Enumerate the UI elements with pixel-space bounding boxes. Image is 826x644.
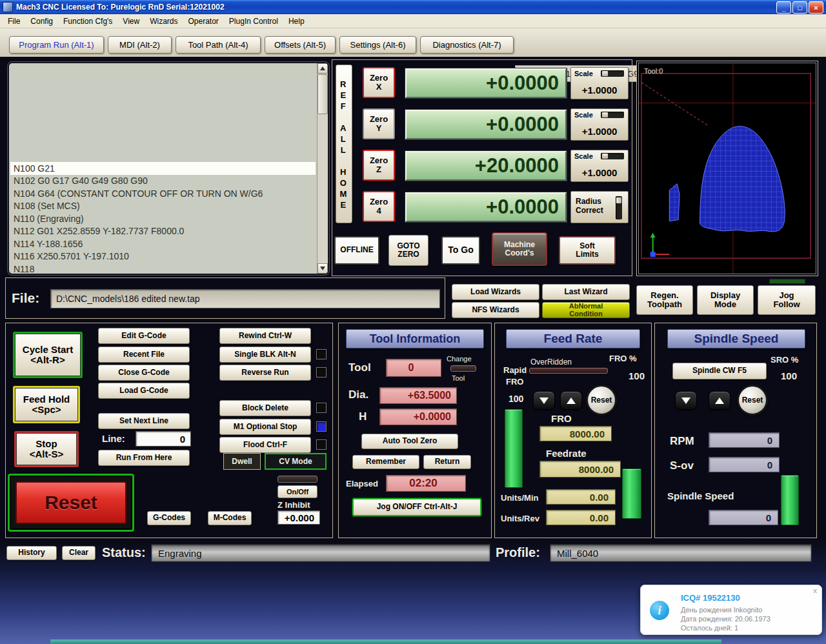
dro-y-value[interactable]: +0.0000	[405, 110, 567, 139]
jog-follow-button[interactable]: Jog Follow	[758, 285, 816, 315]
tab-mdi[interactable]: MDI (Alt-2)	[108, 36, 172, 54]
sro-increase-button[interactable]	[709, 391, 730, 410]
ref-all-home-button[interactable]: REF ALL HOME	[336, 65, 352, 223]
menu-help[interactable]: Help	[283, 15, 310, 28]
abnormal-condition-button[interactable]: AbNormal Condition	[542, 302, 630, 318]
cycle-start-button[interactable]: Cycle Start <Alt-R>	[13, 332, 83, 378]
radius-correct-button[interactable]: Radius Correct	[570, 191, 629, 223]
sro-reset-button[interactable]: Reset	[737, 385, 768, 416]
reverse-run-button[interactable]: Reverse Run	[219, 365, 311, 381]
remember-button[interactable]: Remember	[352, 455, 419, 469]
z-inhibit-onoff-button[interactable]: On/Off	[277, 485, 317, 498]
menu-plugin-control[interactable]: PlugIn Control	[224, 15, 283, 28]
minimize-button[interactable]: _	[776, 1, 791, 14]
g-codes-button[interactable]: G-Codes	[147, 511, 191, 525]
scale-z-value[interactable]: +1.0000	[571, 167, 628, 178]
zero-z-button[interactable]: Zero Z	[363, 150, 395, 181]
feedrate-value-field[interactable]: 8000.00	[539, 461, 621, 478]
fro-override-bar[interactable]	[529, 368, 608, 374]
m1-optional-stop-button[interactable]: M1 Optional Stop	[219, 419, 311, 435]
gcode-line[interactable]: N104 G64 (CONSTANT CONTOUR OFF OR TURN O…	[10, 187, 316, 200]
scale-x-value[interactable]: +1.0000	[571, 85, 628, 96]
recent-file-button[interactable]: Recent File	[98, 347, 190, 363]
scale-y[interactable]: Scale +1.0000	[570, 108, 629, 141]
auto-tool-zero-button[interactable]: Auto Tool Zero	[361, 434, 458, 449]
history-button[interactable]: History	[6, 546, 57, 560]
goto-zero-button[interactable]: GOTO ZERO	[388, 235, 428, 266]
gcode-scrollbar[interactable]	[317, 63, 328, 274]
feed-hold-button[interactable]: Feed Hold <Spc>	[13, 386, 80, 423]
tab-tool-path[interactable]: Tool Path (Alt-4)	[176, 36, 261, 54]
gcode-line[interactable]: N112 G01 X252.8559 Y-182.7737 F8000.0	[10, 225, 316, 238]
z-inhibit-value-field[interactable]: +0.000	[277, 510, 320, 525]
dro-x-value[interactable]: +0.0000	[405, 68, 567, 98]
feedrate-slider[interactable]	[622, 468, 641, 519]
scale-z[interactable]: Scale +1.0000	[570, 150, 629, 182]
close-gcode-button[interactable]: Close G-Code	[98, 365, 190, 381]
reset-button[interactable]: Reset	[15, 481, 126, 524]
flood-button[interactable]: Flood Ctrl-F	[219, 437, 311, 453]
load-wizards-button[interactable]: Load Wizards	[452, 284, 539, 300]
jog-onoff-button[interactable]: Jog ON/OFF Ctrl-Alt-J	[352, 498, 481, 516]
menu-view[interactable]: View	[117, 15, 145, 28]
scale-y-value[interactable]: +1.0000	[571, 126, 628, 137]
zero-x-button[interactable]: Zero X	[363, 67, 395, 98]
scale-x-slider[interactable]	[601, 70, 624, 77]
menu-function-cfgs[interactable]: Function Cfg's	[58, 15, 117, 28]
tab-settings[interactable]: Settings (Alt-6)	[339, 36, 416, 54]
dia-value-field[interactable]: +63.5000	[379, 387, 457, 404]
scale-x[interactable]: Scale +1.0000	[570, 67, 629, 99]
sp-slider[interactable]	[781, 475, 799, 525]
block-delete-button[interactable]: Block Delete	[219, 400, 311, 416]
load-gcode-button[interactable]: Load G-Code	[98, 383, 190, 399]
dro-4-value[interactable]: +0.0000	[405, 192, 567, 222]
menu-config[interactable]: Config	[25, 15, 58, 28]
fro-increase-button[interactable]	[560, 391, 582, 410]
gcode-line[interactable]: N114 Y-188.1656	[10, 237, 316, 250]
fro-decrease-button[interactable]	[533, 391, 555, 410]
scale-z-slider[interactable]	[601, 153, 624, 159]
zero-y-button[interactable]: Zero Y	[363, 108, 395, 139]
taskbar-sliver[interactable]	[50, 639, 721, 644]
maximize-button[interactable]: □	[792, 1, 807, 14]
spindle-cw-button[interactable]: Spindle CW F5	[672, 363, 767, 379]
edit-gcode-button[interactable]: Edit G-Code	[98, 328, 190, 344]
nfs-wizards-button[interactable]: NFS Wizards	[452, 302, 539, 318]
tab-program-run[interactable]: Program Run (Alt-1)	[9, 36, 104, 54]
fro-slider[interactable]	[505, 409, 523, 488]
clear-button[interactable]: Clear	[62, 546, 96, 560]
h-value-field[interactable]: +0.0000	[379, 408, 457, 425]
fro-reset-button[interactable]: Reset	[586, 385, 617, 416]
sro-decrease-button[interactable]	[675, 391, 697, 410]
rewind-button[interactable]: Rewind Ctrl-W	[219, 328, 311, 344]
gcode-list-window[interactable]: N100 G21 N102 G0 G17 G40 G49 G80 G90 N10…	[8, 62, 329, 275]
toolpath-canvas[interactable]: Tool:0	[638, 63, 816, 274]
zero-4-button[interactable]: Zero 4	[363, 191, 395, 222]
close-button[interactable]: ×	[809, 1, 823, 14]
dro-z-value[interactable]: +20.0000	[405, 151, 567, 181]
radius-correct-slider[interactable]	[616, 196, 622, 219]
tab-diagnostics[interactable]: Diagnostics (Alt-7)	[420, 36, 514, 54]
icq-notification[interactable]: x i ICQ# 19522130 День рождения Inkognit…	[640, 585, 822, 635]
m-codes-button[interactable]: M-Codes	[208, 511, 252, 525]
set-next-line-button[interactable]: Set Next Line	[98, 413, 190, 429]
run-from-here-button[interactable]: Run From Here	[98, 450, 190, 466]
line-number-field[interactable]: 0	[136, 431, 191, 447]
scroll-thumb[interactable]	[317, 74, 328, 114]
to-go-button[interactable]: To Go	[441, 236, 480, 265]
regen-toolpath-button[interactable]: Regen. Toolpath	[636, 285, 693, 315]
gcode-line[interactable]: N102 G0 G17 G40 G49 G80 G90	[10, 175, 316, 188]
single-blk-button[interactable]: Single BLK Alt-N	[219, 347, 311, 363]
gcode-line[interactable]: N118	[10, 263, 316, 275]
menu-wizards[interactable]: Wizards	[145, 15, 183, 28]
scroll-down-icon[interactable]	[317, 263, 328, 274]
gcode-line-current[interactable]: N100 G21	[10, 162, 316, 175]
machine-coords-button[interactable]: Machine Coord's	[492, 232, 547, 266]
icq-number[interactable]: ICQ# 19522130	[681, 593, 740, 603]
last-wizard-button[interactable]: Last Wizard	[542, 284, 630, 300]
scale-y-slider[interactable]	[601, 112, 624, 118]
gcode-line[interactable]: N108 (Set MCS)	[10, 200, 316, 213]
return-button[interactable]: Return	[423, 455, 471, 469]
tab-offsets[interactable]: Offsets (Alt-5)	[265, 36, 336, 54]
menu-file[interactable]: File	[3, 15, 25, 28]
